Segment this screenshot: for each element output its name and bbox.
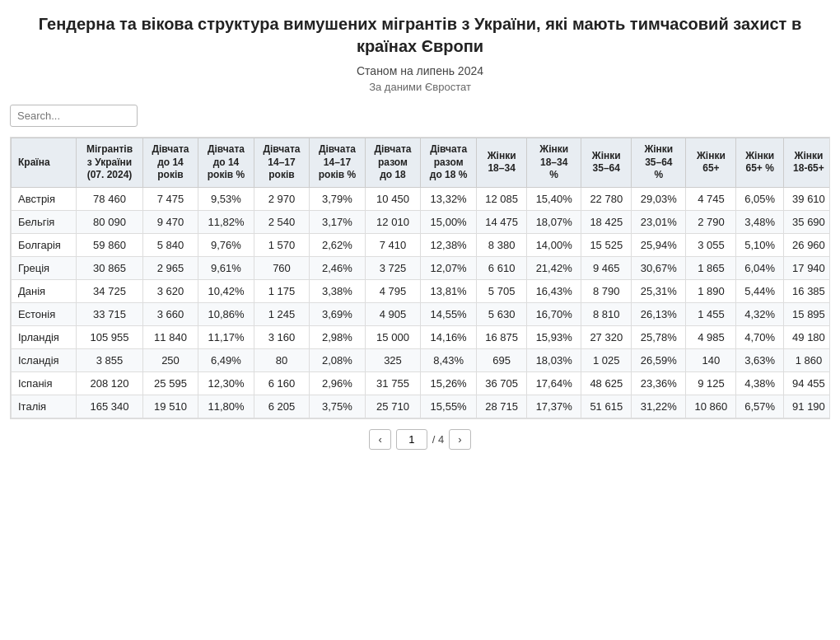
table-cell: 9,53% xyxy=(198,187,254,210)
table-cell: 3 620 xyxy=(142,279,198,302)
table-cell: 17,64% xyxy=(527,371,581,395)
table-cell: 250 xyxy=(142,348,198,371)
table-cell: 15,26% xyxy=(421,371,477,395)
table-cell: 14,16% xyxy=(421,325,477,348)
table-cell: 21,42% xyxy=(527,256,581,279)
table-cell: 31 755 xyxy=(365,371,420,395)
next-page-button[interactable]: › xyxy=(449,429,470,450)
col-header-women-1834: Жінки18–34 xyxy=(477,138,527,188)
col-header-women-3564-pct: Жінки35–64% xyxy=(632,138,686,188)
table-cell: 26 960 xyxy=(783,233,830,256)
col-header-girls-1417: Дівчата14–17років xyxy=(254,138,309,188)
table-wrapper: Країна Мігрантівз України(07. 2024) Дівч… xyxy=(10,137,830,419)
table-cell: Бельгія xyxy=(12,210,77,233)
table-cell: 10,86% xyxy=(198,302,254,325)
table-cell: 1 570 xyxy=(254,233,309,256)
table-cell: 25,78% xyxy=(632,325,686,348)
table-row: Бельгія80 0909 47011,82%2 5403,17%12 010… xyxy=(12,210,831,233)
table-cell: 19 510 xyxy=(142,395,198,418)
table-cell: 3 660 xyxy=(142,302,198,325)
table-cell: 6,04% xyxy=(736,256,784,279)
table-cell: 1 865 xyxy=(686,256,736,279)
col-header-girls-14: Дівчатадо 14років xyxy=(142,138,198,188)
table-cell: 3 055 xyxy=(686,233,736,256)
table-cell: 10,42% xyxy=(198,279,254,302)
table-cell: 30,67% xyxy=(632,256,686,279)
table-cell: 23,01% xyxy=(632,210,686,233)
table-cell: 2,96% xyxy=(310,371,366,395)
table-cell: 1 175 xyxy=(254,279,309,302)
table-cell: 59 860 xyxy=(77,233,143,256)
table-cell: 22 780 xyxy=(581,187,632,210)
table-cell: 25,31% xyxy=(632,279,686,302)
table-cell: 16,43% xyxy=(527,279,581,302)
page-total: / 4 xyxy=(432,433,444,446)
table-cell: 33 715 xyxy=(77,302,143,325)
table-cell: 9 465 xyxy=(581,256,632,279)
table-cell: 7 410 xyxy=(365,233,420,256)
table-cell: 6 205 xyxy=(254,395,309,418)
table-cell: Австрія xyxy=(12,187,77,210)
col-header-women-65plus-pct: Жінки65+ % xyxy=(736,138,784,188)
table-cell: 15 000 xyxy=(365,325,420,348)
table-cell: 3 855 xyxy=(77,348,143,371)
table-cell: 27 320 xyxy=(581,325,632,348)
table-cell: 3,63% xyxy=(736,348,784,371)
table-cell: 25 595 xyxy=(142,371,198,395)
table-cell: Ірландія xyxy=(12,325,77,348)
table-cell: 14 475 xyxy=(477,210,527,233)
table-cell: 12 010 xyxy=(365,210,420,233)
table-cell: 12,38% xyxy=(421,233,477,256)
table-cell: 80 090 xyxy=(77,210,143,233)
search-wrap xyxy=(10,105,830,127)
table-cell: 8 790 xyxy=(581,279,632,302)
page-number-input[interactable] xyxy=(396,429,427,450)
table-cell: 3,17% xyxy=(310,210,366,233)
table-cell: 6 160 xyxy=(254,371,309,395)
table-cell: 11,82% xyxy=(198,210,254,233)
table-cell: 18,07% xyxy=(527,210,581,233)
pagination: ‹ / 4 › xyxy=(10,429,830,450)
table-cell: 3,79% xyxy=(310,187,366,210)
col-header-migrants: Мігрантівз України(07. 2024) xyxy=(77,138,143,188)
table-cell: 15 525 xyxy=(581,233,632,256)
col-header-women-65plus: Жінки65+ xyxy=(686,138,736,188)
table-cell: 1 890 xyxy=(686,279,736,302)
prev-page-button[interactable]: ‹ xyxy=(369,429,390,450)
table-cell: 29,03% xyxy=(632,187,686,210)
table-cell: 140 xyxy=(686,348,736,371)
table-cell: 10 450 xyxy=(365,187,420,210)
col-header-country: Країна xyxy=(12,138,77,188)
table-cell: 9 470 xyxy=(142,210,198,233)
table-cell: 15 895 xyxy=(783,302,830,325)
table-cell: 28 715 xyxy=(477,395,527,418)
table-cell: 325 xyxy=(365,348,420,371)
table-cell: Естонія xyxy=(12,302,77,325)
table-row: Естонія33 7153 66010,86%1 2453,69%4 9051… xyxy=(12,302,831,325)
table-cell: 34 725 xyxy=(77,279,143,302)
table-cell: 12,07% xyxy=(421,256,477,279)
table-cell: 18 425 xyxy=(581,210,632,233)
table-cell: 39 610 xyxy=(783,187,830,210)
table-cell: 1 025 xyxy=(581,348,632,371)
table-cell: 208 120 xyxy=(77,371,143,395)
search-input[interactable] xyxy=(10,105,138,127)
table-cell: 4,38% xyxy=(736,371,784,395)
col-header-girls-total: Дівчатаразомдо 18 xyxy=(365,138,420,188)
table-cell: 3,38% xyxy=(310,279,366,302)
table-cell: 6,57% xyxy=(736,395,784,418)
table-cell: 5,10% xyxy=(736,233,784,256)
table-cell: 3,48% xyxy=(736,210,784,233)
table-cell: 26,59% xyxy=(632,348,686,371)
table-cell: 2,62% xyxy=(310,233,366,256)
col-header-women-1834-pct: Жінки18–34% xyxy=(527,138,581,188)
table-cell: 105 955 xyxy=(77,325,143,348)
table-cell: 6,49% xyxy=(198,348,254,371)
table-cell: 11 840 xyxy=(142,325,198,348)
table-cell: 7 475 xyxy=(142,187,198,210)
table-cell: 9,61% xyxy=(198,256,254,279)
table-cell: 760 xyxy=(254,256,309,279)
table-cell: 5 630 xyxy=(477,302,527,325)
col-header-girls-total-pct: Дівчатаразомдо 18 % xyxy=(421,138,477,188)
table-cell: 8,43% xyxy=(421,348,477,371)
